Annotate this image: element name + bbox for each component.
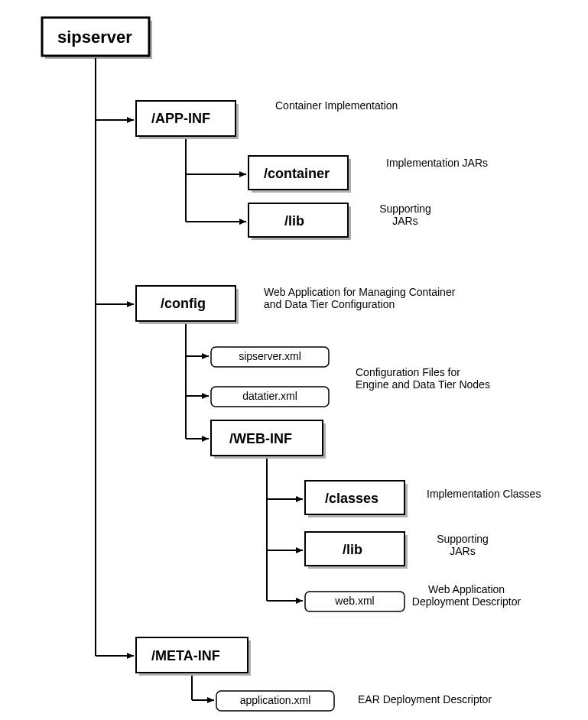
- label-web-xml: web.xml: [334, 595, 374, 607]
- label-classes: /classes: [325, 491, 378, 506]
- label-webinf-lib: /lib: [343, 542, 362, 557]
- desc-config-1: Web Application for Managing Container: [264, 286, 456, 298]
- label-web-inf: /WEB-INF: [229, 431, 292, 446]
- label-root: sipserver: [57, 28, 132, 47]
- desc-appinf-lib-2: JARs: [392, 215, 417, 227]
- label-datatier-xml: datatier.xml: [242, 390, 297, 402]
- label-sipserver-xml: sipserver.xml: [239, 350, 301, 362]
- desc-appinf-lib-1: Supporting: [379, 203, 431, 215]
- desc-web-xml-2: Deployment Descriptor: [412, 595, 521, 608]
- desc-webinf-lib-2: JARs: [450, 545, 475, 557]
- desc-config-2: and Data Tier Configuration: [264, 298, 395, 310]
- desc-web-xml-1: Web Application: [428, 583, 505, 595]
- desc-config-files-2: Engine and Data Tier Nodes: [356, 378, 490, 391]
- label-appinf-lib: /lib: [284, 213, 304, 229]
- desc-application-xml: EAR Deployment Descriptor: [358, 693, 492, 705]
- desc-container: Implementation JARs: [386, 157, 488, 169]
- desc-webinf-lib-1: Supporting: [437, 533, 489, 545]
- desc-config-files-1: Configuration Files for: [356, 366, 460, 378]
- label-app-inf: /APP-INF: [151, 111, 210, 126]
- desc-classes: Implementation Classes: [427, 488, 541, 500]
- label-container: /container: [264, 166, 330, 181]
- label-meta-inf: /META-INF: [151, 648, 220, 663]
- label-config: /config: [161, 296, 206, 311]
- directory-structure-diagram: sipserver /APP-INF Container Implementat…: [0, 0, 588, 720]
- label-application-xml: application.xml: [240, 694, 311, 706]
- desc-app-inf: Container Implementation: [275, 99, 398, 112]
